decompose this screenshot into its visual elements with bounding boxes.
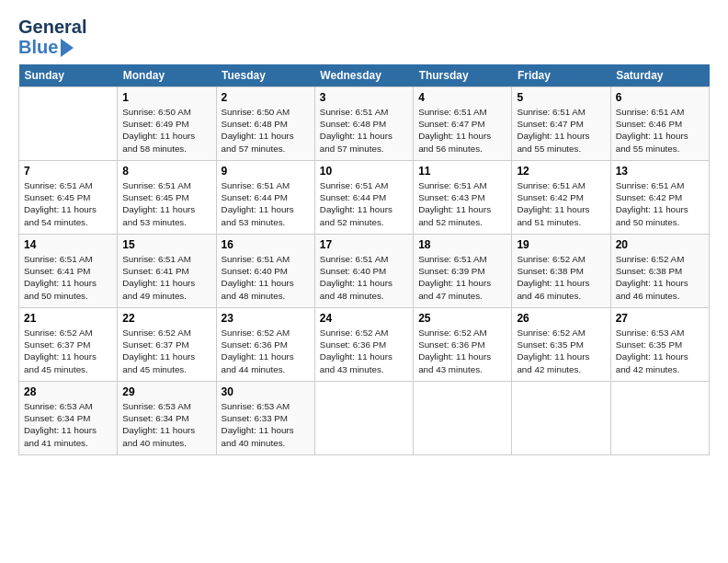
header: General Blue bbox=[18, 17, 710, 57]
calendar-cell: 17Sunrise: 6:51 AM Sunset: 6:40 PM Dayli… bbox=[314, 235, 413, 308]
day-info: Sunrise: 6:51 AM Sunset: 6:40 PM Dayligh… bbox=[320, 253, 408, 302]
calendar-cell bbox=[314, 382, 413, 455]
calendar-cell: 1Sunrise: 6:50 AM Sunset: 6:49 PM Daylig… bbox=[118, 87, 216, 161]
day-info: Sunrise: 6:51 AM Sunset: 6:43 PM Dayligh… bbox=[418, 179, 506, 228]
calendar-cell: 9Sunrise: 6:51 AM Sunset: 6:44 PM Daylig… bbox=[216, 161, 314, 235]
calendar-cell: 30Sunrise: 6:53 AM Sunset: 6:33 PM Dayli… bbox=[216, 382, 314, 455]
day-number: 24 bbox=[320, 312, 408, 325]
day-info: Sunrise: 6:51 AM Sunset: 6:45 PM Dayligh… bbox=[24, 179, 112, 228]
day-info: Sunrise: 6:51 AM Sunset: 6:44 PM Dayligh… bbox=[320, 179, 408, 228]
logo-text-blue: Blue bbox=[18, 37, 58, 57]
day-number: 14 bbox=[24, 238, 112, 251]
day-info: Sunrise: 6:51 AM Sunset: 6:45 PM Dayligh… bbox=[122, 179, 210, 228]
calendar-cell: 21Sunrise: 6:52 AM Sunset: 6:37 PM Dayli… bbox=[19, 308, 118, 382]
day-info: Sunrise: 6:50 AM Sunset: 6:49 PM Dayligh… bbox=[122, 106, 210, 155]
weekday-header-saturday: Saturday bbox=[610, 64, 709, 87]
day-info: Sunrise: 6:51 AM Sunset: 6:44 PM Dayligh… bbox=[222, 179, 310, 228]
day-info: Sunrise: 6:50 AM Sunset: 6:48 PM Dayligh… bbox=[222, 106, 310, 155]
calendar-cell: 8Sunrise: 6:51 AM Sunset: 6:45 PM Daylig… bbox=[118, 161, 216, 235]
day-info: Sunrise: 6:52 AM Sunset: 6:37 PM Dayligh… bbox=[24, 327, 112, 375]
calendar-cell: 25Sunrise: 6:52 AM Sunset: 6:36 PM Dayli… bbox=[414, 308, 512, 382]
day-info: Sunrise: 6:52 AM Sunset: 6:36 PM Dayligh… bbox=[418, 327, 506, 375]
weekday-header-monday: Monday bbox=[118, 64, 216, 87]
day-info: Sunrise: 6:51 AM Sunset: 6:46 PM Dayligh… bbox=[616, 106, 704, 155]
calendar-cell bbox=[414, 382, 512, 455]
day-number: 29 bbox=[122, 385, 210, 398]
day-number: 3 bbox=[320, 91, 408, 104]
day-number: 30 bbox=[222, 385, 310, 398]
calendar-cell: 2Sunrise: 6:50 AM Sunset: 6:48 PM Daylig… bbox=[216, 87, 314, 161]
calendar-cell bbox=[19, 87, 118, 161]
calendar-cell: 29Sunrise: 6:53 AM Sunset: 6:34 PM Dayli… bbox=[118, 382, 216, 455]
day-info: Sunrise: 6:52 AM Sunset: 6:37 PM Dayligh… bbox=[122, 327, 210, 375]
day-number: 19 bbox=[517, 238, 605, 251]
day-info: Sunrise: 6:51 AM Sunset: 6:48 PM Dayligh… bbox=[320, 106, 408, 155]
weekday-header-wednesday: Wednesday bbox=[314, 64, 413, 87]
week-row-2: 7Sunrise: 6:51 AM Sunset: 6:45 PM Daylig… bbox=[19, 161, 710, 235]
day-number: 15 bbox=[122, 238, 210, 251]
day-number: 6 bbox=[616, 91, 704, 104]
day-number: 27 bbox=[616, 312, 704, 325]
day-number: 12 bbox=[517, 165, 605, 178]
day-info: Sunrise: 6:51 AM Sunset: 6:42 PM Dayligh… bbox=[616, 179, 704, 228]
day-number: 11 bbox=[418, 165, 506, 178]
day-number: 2 bbox=[222, 91, 310, 104]
calendar-cell: 28Sunrise: 6:53 AM Sunset: 6:34 PM Dayli… bbox=[19, 382, 118, 455]
day-info: Sunrise: 6:52 AM Sunset: 6:38 PM Dayligh… bbox=[616, 253, 704, 302]
day-info: Sunrise: 6:52 AM Sunset: 6:36 PM Dayligh… bbox=[222, 327, 310, 375]
day-info: Sunrise: 6:53 AM Sunset: 6:34 PM Dayligh… bbox=[24, 400, 112, 449]
weekday-header-friday: Friday bbox=[512, 64, 610, 87]
day-number: 13 bbox=[616, 165, 704, 178]
day-info: Sunrise: 6:52 AM Sunset: 6:38 PM Dayligh… bbox=[517, 253, 605, 302]
day-info: Sunrise: 6:51 AM Sunset: 6:41 PM Dayligh… bbox=[24, 253, 112, 302]
calendar-cell: 23Sunrise: 6:52 AM Sunset: 6:36 PM Dayli… bbox=[216, 308, 314, 382]
calendar-cell: 3Sunrise: 6:51 AM Sunset: 6:48 PM Daylig… bbox=[314, 87, 413, 161]
calendar-cell: 12Sunrise: 6:51 AM Sunset: 6:42 PM Dayli… bbox=[512, 161, 610, 235]
calendar-cell bbox=[512, 382, 610, 455]
calendar-cell: 14Sunrise: 6:51 AM Sunset: 6:41 PM Dayli… bbox=[19, 235, 118, 308]
day-info: Sunrise: 6:53 AM Sunset: 6:34 PM Dayligh… bbox=[122, 400, 210, 449]
week-row-4: 21Sunrise: 6:52 AM Sunset: 6:37 PM Dayli… bbox=[19, 308, 710, 382]
day-info: Sunrise: 6:51 AM Sunset: 6:41 PM Dayligh… bbox=[122, 253, 210, 302]
weekday-header-thursday: Thursday bbox=[414, 64, 512, 87]
day-number: 7 bbox=[24, 165, 112, 178]
weekday-header-sunday: Sunday bbox=[19, 64, 118, 87]
day-info: Sunrise: 6:53 AM Sunset: 6:33 PM Dayligh… bbox=[222, 400, 310, 449]
day-number: 28 bbox=[24, 385, 112, 398]
week-row-5: 28Sunrise: 6:53 AM Sunset: 6:34 PM Dayli… bbox=[19, 382, 710, 455]
day-info: Sunrise: 6:51 AM Sunset: 6:40 PM Dayligh… bbox=[222, 253, 310, 302]
day-number: 8 bbox=[122, 165, 210, 178]
day-number: 16 bbox=[222, 238, 310, 251]
logo: General Blue bbox=[18, 17, 86, 57]
day-number: 22 bbox=[122, 312, 210, 325]
week-row-1: 1Sunrise: 6:50 AM Sunset: 6:49 PM Daylig… bbox=[19, 87, 710, 161]
day-info: Sunrise: 6:52 AM Sunset: 6:36 PM Dayligh… bbox=[320, 327, 408, 375]
day-number: 25 bbox=[418, 312, 506, 325]
day-info: Sunrise: 6:53 AM Sunset: 6:35 PM Dayligh… bbox=[616, 327, 704, 375]
calendar-cell: 6Sunrise: 6:51 AM Sunset: 6:46 PM Daylig… bbox=[610, 87, 709, 161]
calendar-cell: 24Sunrise: 6:52 AM Sunset: 6:36 PM Dayli… bbox=[314, 308, 413, 382]
day-number: 26 bbox=[517, 312, 605, 325]
calendar-page: General Blue SundayMondayTuesdayWednesda… bbox=[0, 0, 728, 465]
calendar-cell: 26Sunrise: 6:52 AM Sunset: 6:35 PM Dayli… bbox=[512, 308, 610, 382]
day-info: Sunrise: 6:52 AM Sunset: 6:35 PM Dayligh… bbox=[517, 327, 605, 375]
calendar-cell: 7Sunrise: 6:51 AM Sunset: 6:45 PM Daylig… bbox=[19, 161, 118, 235]
calendar-cell: 22Sunrise: 6:52 AM Sunset: 6:37 PM Dayli… bbox=[118, 308, 216, 382]
calendar-table: SundayMondayTuesdayWednesdayThursdayFrid… bbox=[18, 64, 710, 455]
calendar-cell: 4Sunrise: 6:51 AM Sunset: 6:47 PM Daylig… bbox=[414, 87, 512, 161]
day-number: 1 bbox=[122, 91, 210, 104]
calendar-cell: 13Sunrise: 6:51 AM Sunset: 6:42 PM Dayli… bbox=[610, 161, 709, 235]
day-number: 9 bbox=[222, 165, 310, 178]
day-number: 18 bbox=[418, 238, 506, 251]
calendar-cell: 27Sunrise: 6:53 AM Sunset: 6:35 PM Dayli… bbox=[610, 308, 709, 382]
day-number: 10 bbox=[320, 165, 408, 178]
day-info: Sunrise: 6:51 AM Sunset: 6:42 PM Dayligh… bbox=[517, 179, 605, 228]
calendar-cell bbox=[610, 382, 709, 455]
calendar-cell: 20Sunrise: 6:52 AM Sunset: 6:38 PM Dayli… bbox=[610, 235, 709, 308]
logo-arrow-icon bbox=[61, 39, 74, 57]
calendar-cell: 19Sunrise: 6:52 AM Sunset: 6:38 PM Dayli… bbox=[512, 235, 610, 308]
calendar-cell: 18Sunrise: 6:51 AM Sunset: 6:39 PM Dayli… bbox=[414, 235, 512, 308]
day-number: 5 bbox=[517, 91, 605, 104]
day-info: Sunrise: 6:51 AM Sunset: 6:47 PM Dayligh… bbox=[517, 106, 605, 155]
calendar-cell: 16Sunrise: 6:51 AM Sunset: 6:40 PM Dayli… bbox=[216, 235, 314, 308]
